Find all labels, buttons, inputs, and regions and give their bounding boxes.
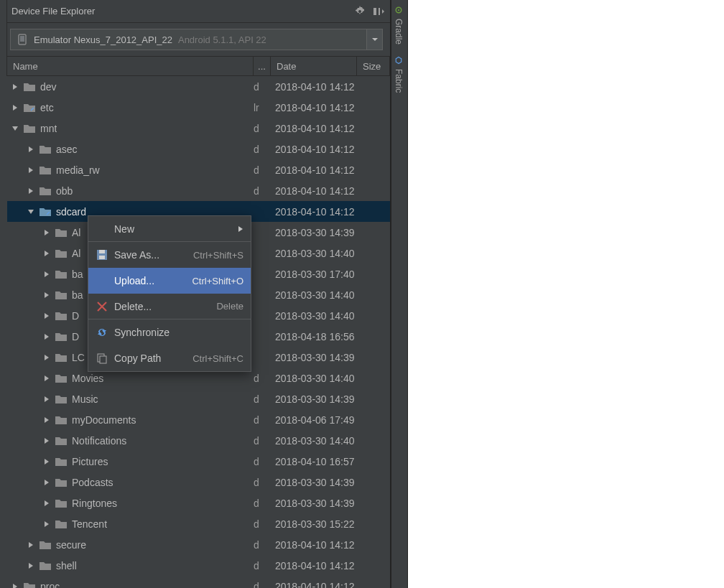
context-menu-item[interactable]: Save As...Ctrl+Shift+S bbox=[88, 242, 251, 268]
tree-row[interactable]: asecd2018-04-10 14:12 bbox=[7, 139, 390, 159]
perm-cell: d bbox=[254, 393, 271, 405]
chevron-right-icon[interactable] bbox=[42, 354, 52, 361]
perm-cell: d bbox=[254, 123, 271, 134]
tab-fabric[interactable]: Fabric bbox=[391, 50, 406, 98]
tree-row[interactable]: obbd2018-04-10 14:12 bbox=[7, 180, 390, 201]
folder-icon bbox=[55, 497, 68, 510]
chevron-down-icon[interactable] bbox=[26, 208, 36, 215]
folder-icon bbox=[55, 226, 68, 239]
tree-row[interactable]: Notificationsd2018-03-30 14:40 bbox=[7, 430, 390, 451]
tree-row[interactable]: Musicd2018-03-30 14:39 bbox=[7, 388, 390, 409]
tree-row[interactable]: Ringtonesd2018-03-30 14:39 bbox=[7, 493, 390, 513]
chevron-right-icon[interactable] bbox=[42, 375, 52, 382]
tree-item-label: Al bbox=[72, 227, 80, 238]
chevron-right-icon[interactable] bbox=[42, 250, 52, 257]
tree-item-label: Al bbox=[72, 248, 80, 259]
folder-icon bbox=[39, 185, 52, 197]
svg-point-15 bbox=[398, 9, 399, 11]
tree-row[interactable]: devd2018-04-10 14:12 bbox=[7, 76, 390, 97]
chevron-right-icon[interactable] bbox=[26, 187, 36, 195]
panel-header-actions bbox=[354, 6, 384, 17]
perm-cell: d bbox=[254, 539, 271, 551]
date-cell: 2018-03-30 14:40 bbox=[271, 435, 357, 447]
chevron-right-icon[interactable] bbox=[42, 458, 52, 465]
tree-row[interactable]: Picturesd2018-04-10 16:57 bbox=[7, 451, 390, 472]
chevron-down-icon[interactable] bbox=[10, 125, 20, 132]
date-cell: 2018-03-30 14:39 bbox=[271, 393, 357, 405]
folder-icon bbox=[55, 414, 68, 426]
device-selector[interactable]: Emulator Nexus_7_2012_API_22 Android 5.1… bbox=[10, 29, 367, 50]
date-cell: 2018-03-30 17:40 bbox=[271, 269, 357, 280]
context-menu-item[interactable]: Synchronize bbox=[88, 319, 251, 345]
panel-header: Device File Explorer bbox=[0, 0, 390, 23]
chevron-right-icon[interactable] bbox=[42, 437, 52, 444]
tree-item-label: etc bbox=[40, 102, 54, 113]
perm-cell: d bbox=[254, 414, 271, 426]
tree-row[interactable]: shelld2018-04-10 14:12 bbox=[7, 555, 390, 576]
folder-icon bbox=[39, 164, 52, 177]
chevron-right-icon[interactable] bbox=[42, 291, 52, 299]
chevron-right-icon[interactable] bbox=[26, 167, 36, 174]
chevron-right-icon[interactable] bbox=[42, 229, 52, 236]
tree-item-label: mnt bbox=[40, 123, 57, 134]
chevron-right-icon[interactable] bbox=[42, 333, 52, 340]
tree-item-label: asec bbox=[56, 144, 78, 155]
chevron-right-icon[interactable] bbox=[42, 479, 52, 486]
tree-row[interactable]: secured2018-04-10 14:12 bbox=[7, 534, 390, 555]
chevron-right-icon[interactable] bbox=[26, 146, 36, 153]
date-cell: 2018-03-30 14:39 bbox=[271, 352, 357, 363]
tree-item-label: Podcasts bbox=[72, 477, 113, 488]
chevron-right-icon[interactable] bbox=[42, 312, 52, 319]
tab-fabric-label: Fabric bbox=[394, 69, 404, 93]
copy-icon bbox=[96, 353, 108, 364]
tree-row[interactable]: Podcastsd2018-03-30 14:39 bbox=[7, 472, 390, 493]
chevron-right-icon[interactable] bbox=[26, 541, 36, 549]
folder-icon bbox=[55, 455, 68, 468]
tree-row[interactable]: media_rwd2018-04-10 14:12 bbox=[7, 159, 390, 180]
svg-rect-10 bbox=[373, 8, 376, 15]
chevron-right-icon[interactable] bbox=[10, 583, 20, 589]
perm-cell: d bbox=[254, 81, 271, 93]
chevron-right-icon[interactable] bbox=[10, 104, 20, 111]
gear-icon[interactable] bbox=[354, 6, 366, 17]
column-name[interactable]: Name bbox=[7, 57, 254, 75]
chevron-right-icon[interactable] bbox=[42, 500, 52, 507]
chevron-right-icon[interactable] bbox=[42, 416, 52, 424]
tree-name-cell: etc bbox=[7, 101, 254, 114]
folder-icon bbox=[55, 518, 68, 531]
context-menu-item[interactable]: New bbox=[88, 216, 251, 242]
tab-gradle[interactable]: Gradle bbox=[391, 0, 406, 50]
chevron-right-icon[interactable] bbox=[42, 396, 52, 403]
column-date[interactable]: Date bbox=[271, 57, 357, 75]
context-menu-item[interactable]: Copy PathCtrl+Shift+C bbox=[88, 345, 251, 371]
context-menu-item[interactable]: Upload...Ctrl+Shift+O bbox=[88, 268, 251, 294]
tree-name-cell: Music bbox=[7, 393, 254, 406]
context-menu-label: Delete... bbox=[114, 301, 210, 312]
folder-icon bbox=[39, 559, 52, 572]
hide-panel-icon[interactable] bbox=[373, 6, 384, 17]
column-size[interactable]: Size bbox=[357, 57, 390, 75]
chevron-right-icon[interactable] bbox=[26, 562, 36, 569]
chevron-right-icon[interactable] bbox=[42, 521, 52, 528]
chevron-right-icon[interactable] bbox=[42, 271, 52, 278]
perm-cell: d bbox=[254, 456, 271, 467]
tree-row[interactable]: Tencentd2018-03-30 15:22 bbox=[7, 513, 390, 534]
context-menu-item[interactable]: Delete...Delete bbox=[88, 294, 251, 319]
tree-row[interactable]: mntd2018-04-10 14:12 bbox=[7, 118, 390, 139]
date-cell: 2018-04-10 14:12 bbox=[271, 581, 357, 589]
date-cell: 2018-04-10 14:12 bbox=[271, 560, 357, 571]
tree-item-label: Notifications bbox=[72, 435, 126, 447]
device-dropdown-button[interactable] bbox=[367, 29, 383, 50]
tree-row[interactable]: procd2018-04-10 14:12 bbox=[7, 576, 390, 588]
date-cell: 2018-04-10 16:57 bbox=[271, 456, 357, 467]
tree-row[interactable]: myDocumentsd2018-04-06 17:49 bbox=[7, 409, 390, 430]
save-icon bbox=[96, 249, 108, 261]
tree-row[interactable]: etclr2018-04-10 14:12 bbox=[7, 97, 390, 118]
column-perm[interactable]: ... bbox=[254, 57, 271, 75]
context-menu-label: Upload... bbox=[114, 275, 186, 286]
chevron-right-icon[interactable] bbox=[10, 83, 20, 90]
tree-name-cell: media_rw bbox=[7, 164, 254, 177]
date-cell: 2018-03-30 14:39 bbox=[271, 227, 357, 238]
date-cell: 2018-03-30 15:22 bbox=[271, 518, 357, 530]
perm-cell: d bbox=[254, 164, 271, 176]
